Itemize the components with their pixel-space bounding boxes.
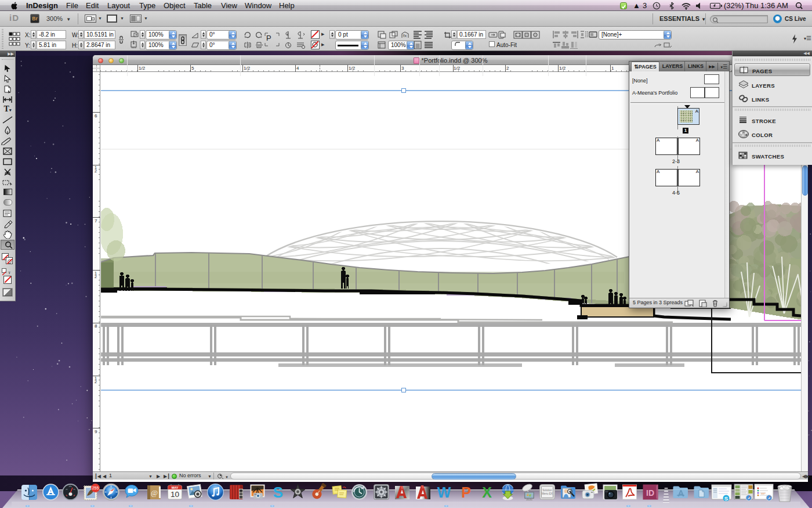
svg-text:fx: fx xyxy=(403,33,407,38)
svg-text:MAY: MAY xyxy=(172,486,179,489)
svg-text:S: S xyxy=(724,495,728,502)
svg-text:P: P xyxy=(461,484,471,500)
svg-text:Menu EX: Menu EX xyxy=(542,492,553,495)
svg-text:Solution: Solution xyxy=(542,489,552,492)
svg-text:S: S xyxy=(273,484,283,501)
svg-text:W: W xyxy=(437,484,451,500)
svg-text:255: 255 xyxy=(92,486,99,490)
svg-text:@: @ xyxy=(151,488,158,497)
svg-text:10: 10 xyxy=(171,490,179,499)
svg-text:X: X xyxy=(482,484,492,500)
svg-text:ID: ID xyxy=(646,488,654,498)
